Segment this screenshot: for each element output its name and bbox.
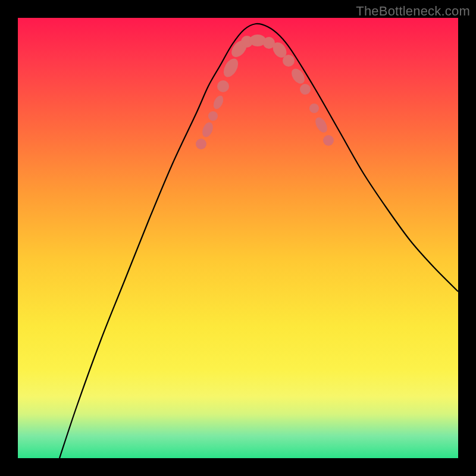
curve-marker	[283, 55, 295, 67]
curve-marker	[313, 115, 330, 134]
watermark-text: TheBottleneck.com	[356, 4, 470, 19]
curve-marker	[323, 135, 334, 146]
curve-marker	[300, 84, 311, 95]
curve-marker	[212, 94, 226, 111]
marker-layer	[196, 35, 334, 149]
curve-marker	[309, 104, 319, 113]
curve-marker	[217, 80, 229, 92]
curve-marker	[289, 66, 308, 86]
curve-marker	[208, 111, 218, 121]
curve-marker	[201, 121, 215, 139]
chart-frame	[18, 18, 458, 458]
chart-svg	[18, 18, 458, 458]
curve-marker	[196, 139, 206, 149]
bottleneck-curve	[60, 24, 458, 458]
